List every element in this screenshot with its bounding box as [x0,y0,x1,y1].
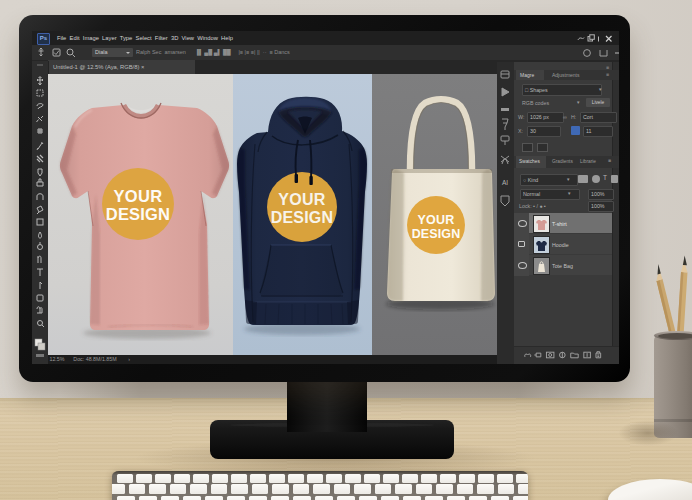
svg-text:AI: AI [502,179,508,186]
svg-text:YOUR: YOUR [418,213,455,227]
svg-text:YOUR: YOUR [114,187,163,205]
svg-text:DESIGN: DESIGN [106,205,170,223]
svg-text:YOUR: YOUR [278,191,326,208]
svg-text:DESIGN: DESIGN [412,227,461,241]
svg-text:DESIGN: DESIGN [271,209,334,226]
